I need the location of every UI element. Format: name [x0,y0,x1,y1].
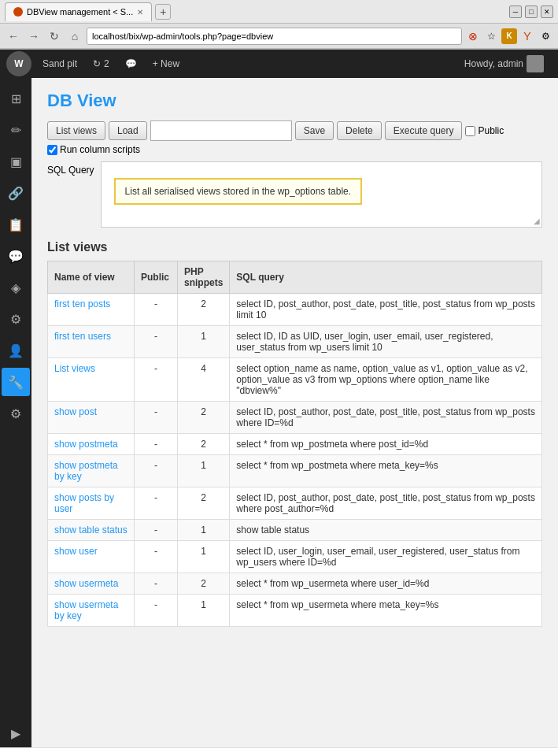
forward-button[interactable]: → [25,28,42,45]
cell-sql: select ID, post_author, post_date, post_… [230,402,542,434]
cell-public: - [135,573,178,595]
run-scripts-checkbox-label[interactable]: Run column scripts [47,144,140,155]
page-title: DB View [47,91,542,111]
view-link[interactable]: List views [54,363,95,374]
refresh-icon: ↻ [93,58,101,69]
table-row: first ten users-1select ID, ID as UID, u… [48,326,542,358]
sidebar-icon-appearance[interactable]: ◈ [2,273,30,302]
view-link[interactable]: show postmeta by key [54,460,118,482]
sidebar-icon-settings[interactable]: ⚙ [2,399,30,428]
resize-handle[interactable]: ◢ [534,217,540,225]
cell-php: 1 [178,455,230,487]
cell-public: - [135,487,178,520]
cell-name: first ten users [48,326,135,358]
public-checkbox[interactable] [465,126,475,136]
view-link[interactable]: show post [54,406,97,417]
cell-php: 1 [178,326,230,358]
cell-sql: select ID, ID as UID, user_login, user_e… [230,326,542,358]
sql-label: SQL Query [47,161,94,176]
tab-title: DBView management < S... [27,7,133,17]
maximize-button[interactable]: □ [525,6,538,18]
view-name-input[interactable] [150,120,292,141]
sidebar-icon-tools[interactable]: 🔧 [2,368,30,396]
menu-icon[interactable]: ⚙ [538,28,553,44]
sidebar-icon-users[interactable]: 👤 [2,336,30,365]
table-row: show postmeta by key-1select * from wp_p… [48,455,542,487]
minimize-button[interactable]: ─ [509,6,522,18]
delete-button[interactable]: Delete [337,121,382,140]
cell-php: 1 [178,541,230,573]
tab-close-icon[interactable]: ✕ [137,8,143,17]
view-link[interactable]: first ten posts [54,298,110,309]
wp-logo: W [6,51,31,76]
refresh-item[interactable]: ↻ 2 [85,50,117,78]
view-link[interactable]: show usermeta [54,578,118,589]
site-name-item[interactable]: Sand pit [35,50,85,78]
new-item[interactable]: + New [145,50,187,78]
cell-sql: select ID, post_author, post_date, post_… [230,294,542,326]
cell-public: - [135,358,178,402]
views-table: Name of view Public PHP snippets SQL que… [47,261,542,627]
refresh-button[interactable]: ↻ [46,28,63,45]
sidebar-collapse-icon[interactable]: ▶ [2,719,30,747]
refresh-count: 2 [104,58,109,69]
bookmark-icon[interactable]: ☆ [483,28,499,44]
browser-tab[interactable]: DBView management < S... ✕ [5,2,152,21]
cell-php: 4 [178,358,230,402]
load-button[interactable]: Load [109,121,147,140]
cell-php: 1 [178,520,230,541]
sidebar-icon-posts[interactable]: ✏ [2,116,30,144]
view-link[interactable]: show posts by user [54,492,114,514]
table-row: show post-2select ID, post_author, post_… [48,402,542,434]
cell-name: show post [48,402,135,434]
list-views-title: List views [47,240,542,254]
cell-php: 2 [178,487,230,520]
table-row: show postmeta-2select * from wp_postmeta… [48,434,542,455]
table-row: show posts by user-2select ID, post_auth… [48,487,542,520]
howdy-item[interactable]: Howdy, admin [456,50,552,78]
sync-icon[interactable]: Y [519,28,535,44]
table-row: show usermeta by key-1select * from wp_u… [48,595,542,627]
new-tab-button[interactable]: + [155,4,171,20]
comments-icon: 💬 [125,58,137,69]
view-link[interactable]: show user [54,546,98,557]
user-icon[interactable]: K [501,28,517,44]
cell-public: - [135,434,178,455]
table-row: show usermeta-2select * from wp_usermeta… [48,573,542,595]
cell-sql: select ID, user_login, user_email, user_… [230,541,542,573]
sidebar-icon-media[interactable]: ▣ [2,147,30,176]
site-name: Sand pit [42,58,77,69]
save-button[interactable]: Save [295,121,334,140]
admin-avatar [527,55,544,72]
sidebar-icon-plugins[interactable]: ⚙ [2,305,30,333]
execute-query-button[interactable]: Execute query [385,121,463,140]
sidebar-icon-comments[interactable]: 💬 [2,242,30,270]
security-icon[interactable]: ⊗ [465,28,481,44]
col-header-public: Public [135,261,178,294]
cell-php: 2 [178,573,230,595]
close-window-button[interactable]: ✕ [541,6,553,18]
sql-highlight-box: List all serialised views stored in the … [114,178,362,205]
view-link[interactable]: first ten users [54,331,111,342]
sidebar-icon-dashboard[interactable]: ⊞ [2,84,30,113]
run-scripts-checkbox[interactable] [47,145,57,155]
view-link[interactable]: show postmeta [54,439,118,450]
sidebar-icon-links[interactable]: 🔗 [2,179,30,207]
tab-favicon [13,7,23,17]
cell-sql: show table status [230,520,542,541]
list-views-button[interactable]: List views [47,121,105,140]
public-checkbox-label[interactable]: Public [465,125,504,136]
back-button[interactable]: ← [5,28,22,45]
comments-item[interactable]: 💬 [117,50,145,78]
sidebar-icon-pages[interactable]: 📋 [2,210,30,239]
cell-public: - [135,595,178,627]
cell-public: - [135,294,178,326]
table-row: List views-4select option_name as name, … [48,358,542,402]
view-link[interactable]: show usermeta by key [54,599,118,621]
address-bar[interactable]: localhost/bix/wp-admin/tools.php?page=db… [87,28,462,45]
sql-highlight-text: List all serialised views stored in the … [125,186,351,197]
cell-php: 1 [178,595,230,627]
home-button[interactable]: ⌂ [66,28,83,45]
sql-section: SQL Query List all serialised views stor… [47,161,542,228]
view-link[interactable]: show table status [54,524,127,536]
